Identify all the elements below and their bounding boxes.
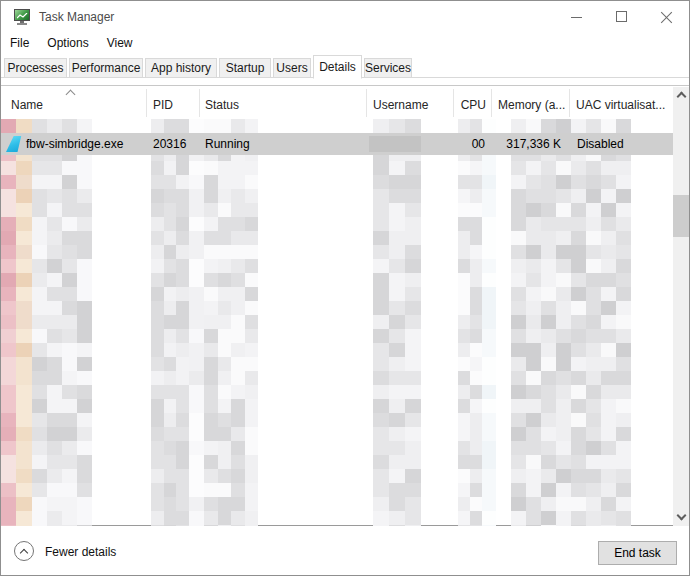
scroll-up-button[interactable]: [673, 87, 690, 104]
close-icon: [661, 11, 673, 23]
monitor-icon: [14, 9, 30, 21]
tab-startup[interactable]: Startup: [219, 58, 271, 78]
column-header-username[interactable]: Username: [373, 98, 448, 112]
menu-bar: File Options View: [1, 33, 689, 55]
tab-services[interactable]: Services: [364, 58, 412, 78]
tab-app-history[interactable]: App history: [145, 58, 217, 78]
scroll-down-button[interactable]: [673, 509, 690, 526]
task-manager-icon: [14, 9, 30, 25]
chevron-down-icon: [677, 511, 687, 521]
maximize-icon: [616, 11, 627, 22]
minimize-icon: [571, 17, 582, 18]
task-manager-window: Task Manager File Options View Processes…: [0, 0, 690, 576]
process-rows: fbw-simbridge.exe 20316 Running 00 317,3…: [1, 119, 673, 526]
cell-pid: 20316: [153, 137, 186, 151]
tab-processes[interactable]: Processes: [4, 58, 67, 78]
cell-memory: 317,336 K: [491, 137, 561, 151]
fewer-details-toggle[interactable]: Fewer details: [45, 545, 116, 559]
maximize-button[interactable]: [599, 1, 644, 33]
details-list: Name PID Status Username CPU Memory (a..…: [1, 85, 690, 526]
footer-bar: Fewer details End task: [1, 526, 689, 576]
cell-uac: Disabled: [577, 137, 624, 151]
cell-status: Running: [205, 137, 250, 151]
window-title: Task Manager: [39, 10, 114, 24]
column-header-memory[interactable]: Memory (a...: [498, 98, 568, 112]
menu-file[interactable]: File: [1, 33, 38, 55]
cell-username-redacted: [369, 136, 421, 152]
end-task-button[interactable]: End task: [598, 541, 677, 565]
fbw-simbridge-icon: [6, 136, 22, 152]
chart-line-icon: [17, 13, 28, 19]
menu-view[interactable]: View: [98, 33, 142, 55]
menu-options[interactable]: Options: [38, 33, 97, 55]
minimize-button[interactable]: [554, 1, 599, 33]
scrollbar-thumb[interactable]: [673, 195, 690, 237]
tab-strip: Processes Performance App history Startu…: [1, 55, 689, 78]
tab-users[interactable]: Users: [273, 58, 311, 78]
column-header-cpu[interactable]: CPU: [453, 98, 486, 112]
tab-details[interactable]: Details: [313, 55, 362, 79]
vertical-scrollbar[interactable]: [673, 87, 690, 526]
cell-cpu: 00: [453, 137, 485, 151]
table-row-selected[interactable]: fbw-simbridge.exe 20316 Running 00 317,3…: [1, 133, 673, 155]
column-header-status[interactable]: Status: [205, 98, 360, 112]
chevron-up-icon: [677, 92, 687, 102]
close-button[interactable]: [644, 1, 689, 33]
tab-performance[interactable]: Performance: [69, 58, 143, 78]
cell-name: fbw-simbridge.exe: [26, 137, 123, 151]
column-header-row: Name PID Status Username CPU Memory (a..…: [1, 87, 673, 119]
titlebar[interactable]: Task Manager: [1, 1, 689, 33]
column-header-uac[interactable]: UAC virtualisat...: [576, 98, 672, 112]
column-header-name[interactable]: Name: [11, 98, 141, 112]
column-header-pid[interactable]: PID: [153, 98, 195, 112]
chevron-up-circle-icon[interactable]: [14, 541, 34, 561]
